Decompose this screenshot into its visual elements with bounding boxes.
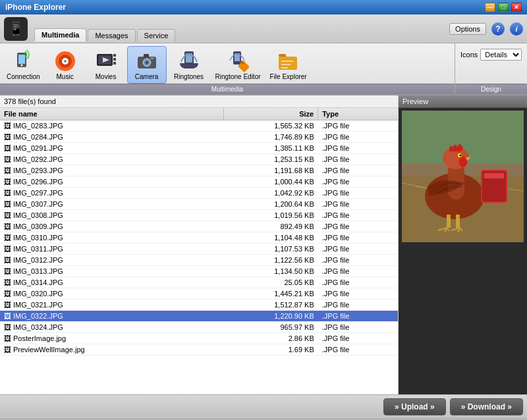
file-icon: 🖼: [4, 245, 11, 253]
design-footer: Design: [455, 84, 527, 94]
svg-rect-11: [113, 58, 116, 61]
file-icon: 🖼: [4, 334, 11, 342]
table-row[interactable]: 🖼IMG_0307.JPG1,200.64 KB.JPG file: [0, 199, 398, 210]
file-type: .JPG file: [318, 199, 398, 209]
table-row[interactable]: 🖼IMG_0310.JPG1,104.48 KB.JPG file: [0, 232, 398, 244]
svg-point-42: [459, 157, 467, 167]
music-label: Music: [57, 73, 74, 80]
icons-select-row: Icons Details Icons List: [460, 49, 522, 61]
camera-label: Camera: [135, 73, 159, 80]
file-size: 2.86 KB: [224, 333, 318, 344]
file-size: 1,134.50 KB: [224, 266, 318, 276]
file-icon: 🖼: [4, 200, 11, 208]
table-row[interactable]: 🖼IMG_0322.JPG1,220.90 KB.JPG file: [0, 311, 398, 322]
nav-area: Connection Music: [0, 43, 527, 95]
file-name: IMG_0297.JPG: [13, 189, 63, 197]
file-type: .JPG file: [318, 244, 398, 254]
file-size: 1.69 KB: [224, 344, 318, 355]
table-row[interactable]: 🖼IMG_0291.JPG1,385.11 KB.JPG file: [0, 143, 398, 154]
file-icon: 🖼: [4, 189, 11, 197]
file-name: IMG_0293.JPG: [13, 167, 63, 174]
file-size: 1,445.21 KB: [224, 288, 318, 299]
svg-point-2: [21, 65, 23, 66]
svg-rect-10: [113, 54, 116, 57]
nav-file-explorer[interactable]: File Explorer: [266, 46, 311, 84]
svg-point-6: [64, 60, 67, 63]
file-type: .JPG file: [318, 154, 398, 165]
svg-rect-17: [144, 54, 149, 57]
file-size: 1,253.15 KB: [224, 154, 318, 165]
svg-point-16: [146, 61, 148, 64]
file-type: .JPG file: [318, 266, 398, 276]
table-row[interactable]: 🖼IMG_0320.JPG1,445.21 KB.JPG file: [0, 288, 398, 300]
file-icon: 🖼: [4, 234, 11, 242]
table-header: File name Size Type: [0, 108, 398, 120]
nav-ringtone-editor[interactable]: Ringtone Editor: [211, 46, 265, 84]
file-size: 1,385.11 KB: [224, 143, 318, 153]
file-type: .JPG file: [318, 333, 398, 344]
table-row[interactable]: 🖼IMG_0292.JPG1,253.15 KB.JPG file: [0, 154, 398, 165]
file-type: .JPG file: [318, 143, 398, 153]
file-icon: 🖼: [4, 312, 11, 320]
minimize-button[interactable]: —: [485, 3, 495, 12]
file-icon: 🖼: [4, 144, 11, 152]
app-icon: 📱: [4, 17, 28, 41]
table-row[interactable]: 🖼IMG_0283.JPG1,565.32 KB.JPG file: [0, 120, 398, 132]
file-size: 1,104.48 KB: [224, 232, 318, 243]
table-row[interactable]: 🖼IMG_0296.JPG1,000.44 KB.JPG file: [0, 176, 398, 188]
table-row[interactable]: 🖼IMG_0311.JPG1,107.53 KB.JPG file: [0, 244, 398, 255]
file-name: IMG_0284.JPG: [13, 133, 63, 141]
file-name: IMG_0291.JPG: [13, 144, 63, 152]
file-type: .JPG file: [318, 188, 398, 198]
svg-rect-1: [18, 55, 25, 64]
table-row[interactable]: 🖼PosterImage.jpg2.86 KB.JPG file: [0, 333, 398, 344]
maximize-button[interactable]: □: [498, 3, 509, 12]
table-row[interactable]: 🖼IMG_0314.JPG25.05 KB.JPG file: [0, 277, 398, 288]
nav-camera[interactable]: Camera: [127, 46, 167, 84]
file-type: .JPG file: [318, 277, 398, 288]
nav-connection[interactable]: Connection: [3, 46, 44, 84]
table-row[interactable]: 🖼IMG_0312.JPG1,122.56 KB.JPG file: [0, 255, 398, 266]
file-type: .JPG file: [318, 210, 398, 221]
close-button[interactable]: ✕: [511, 3, 522, 12]
ringtones-label: Ringtones: [174, 73, 204, 80]
file-table-body[interactable]: 🖼IMG_0283.JPG1,565.32 KB.JPG file🖼IMG_02…: [0, 120, 398, 394]
design-section: Icons Details Icons List Design: [455, 43, 527, 94]
info-button[interactable]: i: [510, 22, 523, 36]
file-name: IMG_0324.JPG: [13, 323, 63, 331]
table-row[interactable]: 🖼IMG_0284.JPG1,746.89 KB.JPG file: [0, 132, 398, 143]
table-row[interactable]: 🖼IMG_0313.JPG1,134.50 KB.JPG file: [0, 266, 398, 277]
help-button[interactable]: ?: [491, 22, 505, 36]
tab-service[interactable]: Service: [137, 29, 176, 41]
nav-music[interactable]: Music: [45, 46, 85, 84]
connection-icon: [11, 49, 35, 73]
table-row[interactable]: 🖼PreviewWellImage.jpg1.69 KB.JPG file: [0, 344, 398, 355]
icons-select[interactable]: Details Icons List: [480, 49, 522, 61]
file-size: 1,000.44 KB: [224, 176, 318, 187]
table-row[interactable]: 🖼IMG_0324.JPG965.97 KB.JPG file: [0, 322, 398, 333]
file-icon: 🖼: [4, 122, 11, 130]
file-type: .JPG file: [318, 120, 398, 131]
nav-movies[interactable]: Movies: [86, 46, 126, 84]
file-count: 378 file(s) found: [0, 95, 398, 108]
download-button[interactable]: » Download »: [450, 398, 523, 415]
upload-button[interactable]: » Upload »: [383, 398, 446, 415]
icons-label: Icons: [460, 51, 478, 59]
options-button[interactable]: Options: [449, 23, 486, 35]
svg-rect-29: [281, 67, 288, 68]
tab-messages[interactable]: Messages: [88, 29, 135, 41]
table-row[interactable]: 🖼IMG_0297.JPG1,042.92 KB.JPG file: [0, 188, 398, 199]
file-type: .JPG file: [318, 322, 398, 332]
tab-bar: Multimedia Messages Service: [34, 28, 175, 41]
file-size: 1,191.68 KB: [224, 165, 318, 176]
table-row[interactable]: 🖼IMG_0308.JPG1,019.56 KB.JPG file: [0, 210, 398, 221]
file-size: 892.49 KB: [224, 221, 318, 232]
tab-multimedia[interactable]: Multimedia: [34, 28, 86, 41]
table-row[interactable]: 🖼IMG_0293.JPG1,191.68 KB.JPG file: [0, 165, 398, 176]
table-row[interactable]: 🖼IMG_0309.JPG892.49 KB.JPG file: [0, 221, 398, 232]
preview-label: Preview: [399, 95, 527, 108]
file-type: .JPG file: [318, 132, 398, 142]
nav-ringtones[interactable]: Ringtones: [168, 46, 210, 84]
file-icon: 🖼: [4, 211, 11, 219]
table-row[interactable]: 🖼IMG_0321.JPG1,512.87 KB.JPG file: [0, 300, 398, 311]
